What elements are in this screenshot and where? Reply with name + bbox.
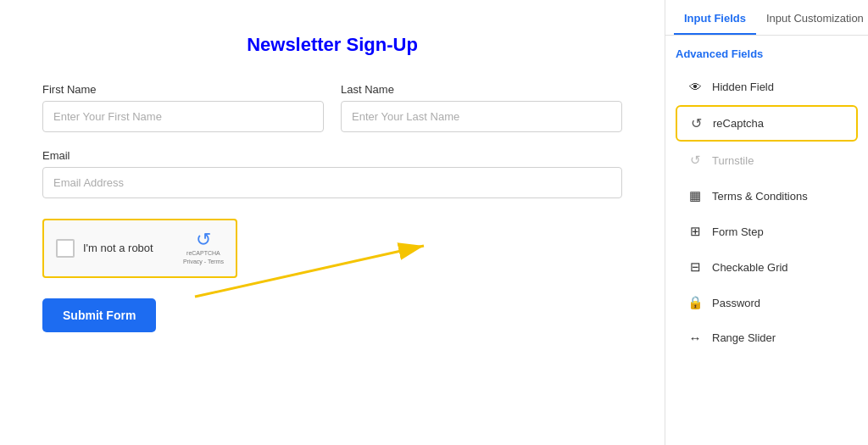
turnstile-icon: ↺ <box>687 153 704 168</box>
last-name-group: Last Name <box>341 83 622 132</box>
recaptcha-logo: ↺ reCAPTCHA Privacy - Terms <box>183 231 224 266</box>
field-item-terms[interactable]: ▦ Terms & Conditions <box>676 179 858 213</box>
first-name-input[interactable] <box>42 101 324 132</box>
range-slider-icon: ↔ <box>687 331 704 345</box>
form-step-icon: ⊞ <box>687 224 704 239</box>
field-label-range-slider: Range Slider <box>712 331 776 344</box>
last-name-input[interactable] <box>341 101 622 132</box>
field-label-checkable-grid: Checkable Grid <box>712 261 788 274</box>
field-item-recaptcha[interactable]: ↺ reCaptcha <box>676 105 858 142</box>
sidebar: Input Fields Input Customization Advance… <box>665 0 868 445</box>
tab-input-fields[interactable]: Input Fields <box>674 0 756 35</box>
recaptcha-widget[interactable]: I'm not a robot ↺ reCAPTCHA Privacy - Te… <box>42 219 237 278</box>
recaptcha-icon: ↺ <box>196 231 211 249</box>
tab-input-customization[interactable]: Input Customization <box>756 0 868 35</box>
recaptcha-links: Privacy - Terms <box>183 258 224 266</box>
form-area: Newsletter Sign-Up First Name Last Name … <box>0 0 665 445</box>
form-title: Newsletter Sign-Up <box>42 34 622 56</box>
field-label-recaptcha: reCaptcha <box>713 117 764 130</box>
field-item-form-step[interactable]: ⊞ Form Step <box>676 214 858 248</box>
last-name-label: Last Name <box>341 83 622 96</box>
submit-button[interactable]: Submit Form <box>42 298 156 332</box>
field-item-password[interactable]: 🔒 Password <box>676 286 858 320</box>
sidebar-content: Advanced Fields 👁 Hidden Field ↺ reCaptc… <box>665 36 868 445</box>
section-title: Advanced Fields <box>676 47 858 60</box>
field-item-checkable-grid[interactable]: ⊟ Checkable Grid <box>676 250 858 284</box>
recaptcha-label: I'm not a robot <box>83 242 183 254</box>
field-item-range-slider[interactable]: ↔ Range Slider <box>676 321 858 354</box>
recaptcha-field-icon: ↺ <box>687 115 704 131</box>
email-label: Email <box>42 149 622 162</box>
email-group: Email <box>42 149 622 198</box>
password-icon: 🔒 <box>687 295 704 310</box>
name-row: First Name Last Name <box>42 83 622 132</box>
checkable-grid-icon: ⊟ <box>687 259 704 275</box>
first-name-label: First Name <box>42 83 324 96</box>
email-input[interactable] <box>42 167 622 198</box>
field-label-hidden: Hidden Field <box>712 81 774 93</box>
recaptcha-checkbox[interactable] <box>56 239 75 258</box>
hidden-field-icon: 👁 <box>687 80 704 94</box>
field-label-password: Password <box>712 297 760 309</box>
recaptcha-brand: reCAPTCHA <box>186 249 220 258</box>
field-item-hidden[interactable]: 👁 Hidden Field <box>676 70 858 103</box>
sidebar-tabs: Input Fields Input Customization <box>665 0 868 36</box>
arrow-annotation <box>186 229 593 331</box>
first-name-group: First Name <box>42 83 324 132</box>
terms-icon: ▦ <box>687 188 704 203</box>
field-label-terms: Terms & Conditions <box>712 190 808 203</box>
field-label-form-step: Form Step <box>712 225 764 238</box>
field-item-turnstile[interactable]: ↺ Turnstile <box>676 143 858 177</box>
field-label-turnstile: Turnstile <box>712 154 754 167</box>
